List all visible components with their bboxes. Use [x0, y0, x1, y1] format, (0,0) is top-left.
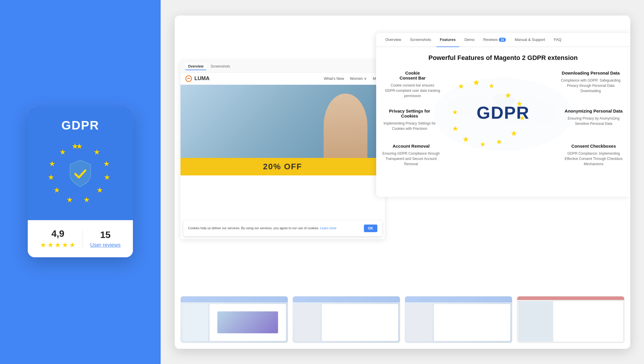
feature-consent-checkboxes: Consent Checkboxes GDPR Compliance: Impl… [563, 144, 624, 167]
luma-tab-screenshots[interactable]: Screenshots [208, 63, 233, 70]
tab-reviews[interactable]: Reviews 15 [480, 33, 509, 47]
eu-star: ★ [49, 159, 55, 168]
card-bottom: 4,9 ★ ★ ★ ★ ★ 15 User reviews [28, 220, 133, 257]
features-panel: Overview Screenshots Features Demo Revie… [376, 33, 630, 197]
feature-cookie-consent: CookieConsent Bar Cookie consent bar ens… [385, 70, 440, 99]
gdpr-center-text: GDPR [477, 103, 530, 123]
luma-browser: Overview Screenshots LUMA What's New Wom… [180, 61, 385, 239]
feature-title-anonymizing: Anonymizing Personal Data [563, 108, 624, 113]
feature-title-cookie: CookieConsent Bar [385, 70, 440, 80]
map-star: ★ [480, 141, 486, 148]
user-reviews-link[interactable]: User reviews [90, 242, 121, 248]
cookie-text: Cookies help us deliver our services. By… [188, 226, 360, 230]
map-star: ★ [505, 91, 511, 100]
cookie-ok-button[interactable]: OK [364, 225, 377, 232]
feature-desc-downloading: Compliance with GDPR: Safeguarding Priva… [560, 78, 622, 94]
eu-star: ★ [53, 186, 60, 195]
tab-overview[interactable]: Overview [382, 33, 405, 47]
reviews-badge: 15 [499, 38, 506, 42]
screenshot-1 [180, 296, 288, 343]
map-star: ★ [473, 78, 480, 87]
feature-desc-anonymizing: Ensuring Privacy by Anonymizing Sensitiv… [563, 116, 624, 126]
map-star: ★ [458, 82, 464, 90]
reviews-section: 15 User reviews [90, 230, 121, 248]
cookie-bar: Cookies help us deliver our services. By… [183, 220, 382, 236]
eu-stars-container: ★ ★ ★ ★ ★ ★ ★ ★ ★ ★ ★ ★ [48, 141, 112, 206]
map-star: ★ [462, 135, 469, 144]
tab-faq[interactable]: FAQ [550, 33, 565, 47]
menu-women[interactable]: Women ∨ [350, 76, 367, 81]
hero-figure [324, 94, 367, 158]
gdpr-card: GDPR ★ ★ ★ ★ ★ ★ ★ ★ ★ ★ ★ ★ [28, 107, 133, 257]
cookie-message: Cookies help us deliver our services. By… [188, 226, 319, 230]
eu-star: ★ [59, 148, 66, 157]
screenshot-2 [293, 296, 400, 343]
features-tabs: Overview Screenshots Features Demo Revie… [376, 33, 630, 47]
feature-title-downloading: Downloading Personal Data [560, 70, 622, 75]
screenshot-4 [517, 296, 624, 343]
right-panel: Overview Screenshots LUMA What's New Wom… [161, 0, 644, 364]
rating-section: 4,9 ★ ★ ★ ★ ★ [40, 228, 76, 249]
star-2: ★ [47, 241, 54, 249]
map-star: ★ [489, 82, 494, 90]
feature-desc-cookie: Cookie consent bar ensures GDPR-complian… [385, 83, 440, 99]
luma-browser-tabs: Overview Screenshots [180, 61, 385, 73]
tab-screenshots[interactable]: Screenshots [407, 33, 435, 47]
stars-row: ★ ★ ★ ★ ★ [40, 241, 76, 249]
rating-number: 4,9 [51, 228, 64, 239]
menu-whats-new[interactable]: What's New [324, 76, 344, 81]
feature-privacy-settings: Privacy Settings for Cookies Implementin… [381, 108, 439, 131]
feature-desc-account: Ensuring GDPR Compliance through Transpa… [382, 151, 440, 167]
luma-top-bar: LUMA What's New Women ∨ Men [180, 73, 385, 85]
map-star: ★ [511, 129, 517, 138]
vertical-divider [83, 230, 83, 248]
feature-desc-privacy: Implementing Privacy Settings for Cookie… [381, 121, 439, 131]
browser-window: Overview Screenshots LUMA What's New Wom… [175, 15, 630, 349]
eu-star: ★ [72, 142, 78, 151]
star-4: ★ [62, 241, 68, 249]
eu-star: ★ [48, 173, 54, 182]
luma-tab-overview[interactable]: Overview [185, 63, 206, 70]
screenshot-3 [405, 296, 512, 343]
features-title: Powerful Features of Magento 2 GDPR exte… [385, 54, 622, 62]
eu-star: ★ [83, 195, 90, 204]
feature-desc-consent: GDPR Compliance: Implementing Effective … [563, 151, 624, 167]
map-star: ★ [452, 125, 459, 133]
eu-star: ★ [103, 159, 110, 168]
luma-menu: What's New Women ∨ Men [324, 76, 380, 81]
feature-anonymizing: Anonymizing Personal Data Ensuring Priva… [563, 108, 624, 126]
star-1: ★ [40, 241, 46, 249]
tab-demo[interactable]: Demo [461, 33, 478, 47]
eu-star: ★ [96, 186, 103, 195]
map-star: ★ [496, 138, 502, 146]
star-3: ★ [55, 241, 61, 249]
luma-logo: LUMA [185, 75, 210, 82]
feature-title-consent: Consent Checkboxes [563, 144, 624, 149]
promo-text: 20% OFF [263, 162, 302, 171]
luma-promo: 20% OFF [180, 158, 385, 175]
tab-features[interactable]: Features [436, 33, 459, 47]
eu-star: ★ [66, 195, 73, 204]
screenshots-row [180, 296, 624, 343]
star-5: ★ [69, 241, 76, 249]
left-panel: GDPR ★ ★ ★ ★ ★ ★ ★ ★ ★ ★ ★ ★ [0, 0, 161, 364]
cookie-learn-more[interactable]: Learn more [320, 226, 336, 230]
feature-downloading: Downloading Personal Data Compliance wit… [560, 70, 622, 94]
shield-icon [67, 159, 93, 188]
reviews-count: 15 [100, 230, 111, 240]
tab-manual[interactable]: Manual & Support [511, 33, 548, 47]
luma-hero [180, 85, 385, 158]
luma-logo-text: LUMA [195, 75, 210, 82]
feature-title-privacy: Privacy Settings for Cookies [381, 108, 439, 118]
card-top: GDPR ★ ★ ★ ★ ★ ★ ★ ★ ★ ★ ★ ★ [28, 107, 133, 220]
features-content: Powerful Features of Magento 2 GDPR exte… [376, 47, 630, 197]
feature-account-removal: Account Removal Ensuring GDPR Compliance… [382, 144, 440, 167]
feature-title-account: Account Removal [382, 144, 440, 149]
map-star: ★ [452, 108, 458, 116]
card-title: GDPR [61, 118, 99, 132]
luma-logo-icon [185, 75, 192, 82]
eu-star: ★ [104, 173, 110, 182]
eu-star: ★ [93, 148, 100, 157]
